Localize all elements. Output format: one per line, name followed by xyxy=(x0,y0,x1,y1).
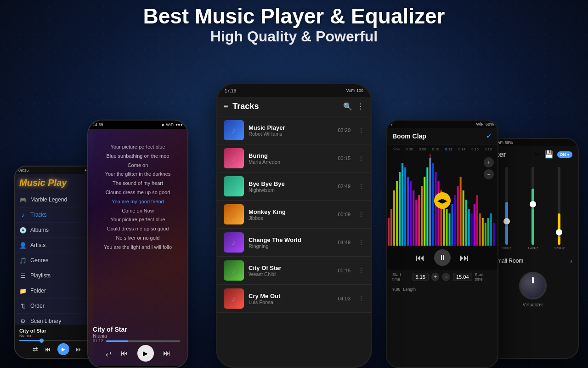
wave-next-btn[interactable]: ⏭ xyxy=(460,253,469,263)
lyric-line-8: Come on Now xyxy=(88,207,187,216)
track-name-7: Cry Me Out xyxy=(249,293,333,299)
zoom-out-btn[interactable]: − xyxy=(484,169,494,179)
repeat-icon-lyrics[interactable]: ⇄ xyxy=(106,349,112,358)
track-artist-2: Maria Arredon xyxy=(249,159,333,165)
track-item-6[interactable]: ♪ City Of Star Weast Child 00:15 ⋮ xyxy=(217,257,371,285)
svg-rect-22 xyxy=(449,213,451,246)
slider-handle-3[interactable] xyxy=(556,229,562,236)
eq-channel-3: 3.6KHZ xyxy=(548,167,571,250)
wave-status-time: 7 xyxy=(390,122,393,126)
track-art-5: ♪ xyxy=(224,232,244,253)
zoom-in-btn[interactable]: + xyxy=(484,157,494,167)
track-item-5[interactable]: ♪ Change The World Ringning 04:49 ⋮ xyxy=(217,229,371,257)
preset-arrow-icon[interactable]: › xyxy=(570,257,572,264)
svg-rect-25 xyxy=(457,186,459,246)
more-btn-4[interactable]: ⋮ xyxy=(358,211,364,218)
battery-icon: 100 xyxy=(356,88,363,93)
wave-transport-bar: ⏮ ⏸ ⏭ xyxy=(387,246,498,270)
time-lyrics: 14:39 xyxy=(93,122,103,127)
track-info-4: Monkey King Jibbos xyxy=(249,208,333,221)
lyric-line-3: Come on xyxy=(88,161,187,170)
more-btn-7[interactable]: ⋮ xyxy=(358,295,364,302)
wave-prev-btn[interactable]: ⏮ xyxy=(416,253,425,263)
track-item-4[interactable]: ♪ Monkey King Jibbos 00:09 ⋮ xyxy=(217,201,371,229)
wave-check-icon[interactable]: ✓ xyxy=(486,132,492,140)
eq-toggle[interactable]: ON ● xyxy=(557,151,572,158)
track-item-3[interactable]: ♪ Bye Bye Bye Nightwisem 02:49 ⋮ xyxy=(217,172,371,201)
svg-rect-11 xyxy=(418,195,420,246)
virtualizer-knob[interactable] xyxy=(519,272,547,299)
svg-rect-0 xyxy=(388,218,390,246)
more-btn-3[interactable]: ⋮ xyxy=(358,183,364,190)
progress-fill-left xyxy=(19,340,42,341)
svg-rect-1 xyxy=(390,209,392,246)
eq-edit-icon[interactable]: ✏ xyxy=(535,150,541,159)
center-status-time: 17:16 xyxy=(225,88,236,93)
lyric-line-4: Your the glitter in the darknes xyxy=(88,170,187,179)
slider-handle-1[interactable] xyxy=(503,218,510,224)
track-artist-7: Luis Fonsa xyxy=(249,299,333,305)
phone-wave: 7 WiFi 68% Boom Clap ✓ 0:04 0:06 0:08 0:… xyxy=(386,120,498,368)
slider-track-3[interactable] xyxy=(558,167,560,245)
track-info-7: Cry Me Out Luis Fonsa xyxy=(249,293,333,305)
slider-fill-3 xyxy=(558,213,560,245)
track-item-7[interactable]: ♪ Cry Me Out Luis Fonsa 04:03 ⋮ xyxy=(217,285,371,313)
center-app-bar: ≡ Tracks 🔍 ⋮ xyxy=(217,97,371,116)
prev-btn-lyrics[interactable]: ⏮ xyxy=(121,349,128,357)
more-btn-2[interactable]: ⋮ xyxy=(358,155,364,162)
lyrics-current-time: 01:12 xyxy=(93,339,103,343)
play-btn-lyrics[interactable]: ▶ xyxy=(137,345,154,362)
sidebar-label-genres: Genres xyxy=(30,257,48,264)
repeat-icon-left[interactable]: ⇄ xyxy=(33,345,38,353)
search-icon[interactable]: 🔍 xyxy=(343,102,352,111)
music-note-icon-7: ♪ xyxy=(232,294,236,304)
wifi-icon: WiFi xyxy=(346,88,355,93)
prev-btn-left[interactable]: ⏮ xyxy=(45,345,51,353)
end-time-value[interactable]: 15.04 xyxy=(453,273,472,281)
track-artist-5: Ringning xyxy=(249,243,333,249)
more-btn-6[interactable]: ⋮ xyxy=(358,267,364,274)
now-playing-artist: Niania xyxy=(19,334,96,338)
svg-rect-4 xyxy=(399,172,401,246)
svg-rect-31 xyxy=(474,204,475,246)
start-time-plus[interactable]: + xyxy=(431,273,440,281)
waveform-area[interactable]: + − ◀▶ xyxy=(387,154,498,246)
track-item-2[interactable]: ♪ Buring Maria Arredon 00:15 ⋮ xyxy=(217,144,371,172)
track-duration-6: 00:15 xyxy=(338,268,351,273)
svg-rect-7 xyxy=(407,177,409,246)
wave-play-btn[interactable]: ⏸ xyxy=(434,249,451,266)
end-time-minus[interactable]: − xyxy=(442,273,450,281)
more-btn-1[interactable]: ⋮ xyxy=(358,126,364,134)
track-duration-2: 00:15 xyxy=(338,155,351,161)
slider-handle-2[interactable] xyxy=(530,201,536,207)
svg-rect-23 xyxy=(452,204,453,246)
eq-save-icon[interactable]: 💾 xyxy=(544,150,554,159)
play-btn-left[interactable]: ▶ xyxy=(57,343,69,355)
more-icon[interactable]: ⋮ xyxy=(357,102,364,111)
timeline-0: 0:04 xyxy=(390,147,402,151)
next-btn-left[interactable]: ⏭ xyxy=(76,345,82,353)
start-time-value[interactable]: 5.15 xyxy=(413,273,429,281)
music-note-icon-5: ♪ xyxy=(232,238,236,247)
more-btn-5[interactable]: ⋮ xyxy=(358,239,364,246)
center-page-title: Tracks xyxy=(232,102,339,111)
folder-icon: 📁 xyxy=(19,287,27,294)
track-info-1: Music Player Robot Williams xyxy=(249,124,333,137)
slider-track-1[interactable] xyxy=(505,167,508,245)
music-note-icon-3: ♪ xyxy=(232,182,236,191)
track-artist-1: Robot Williams xyxy=(249,131,333,137)
lyric-line-2: Blue sunbathing on the moo xyxy=(88,152,187,161)
track-item-1[interactable]: ♪ Music Player Robot Williams 03:20 ⋮ xyxy=(217,116,371,144)
next-btn-lyrics[interactable]: ⏭ xyxy=(163,349,170,357)
tracks-icon: ♪ xyxy=(19,211,27,218)
lyrics-content: Your picture perfect blue Blue sunbathin… xyxy=(88,143,187,252)
progress-bar-left[interactable] xyxy=(19,340,96,341)
main-title: Best Music Player & Equalizer xyxy=(0,5,588,28)
slider-track-2[interactable] xyxy=(531,167,534,245)
track-art-4: ♪ xyxy=(224,204,244,224)
svg-rect-27 xyxy=(463,190,464,246)
freq-label-1: 910HZ xyxy=(502,247,511,250)
waveform-nav-arrow[interactable]: ◀▶ xyxy=(434,192,451,209)
lyric-line-9: Your picture perfect blue xyxy=(88,215,187,224)
hamburger-icon[interactable]: ≡ xyxy=(224,103,228,111)
